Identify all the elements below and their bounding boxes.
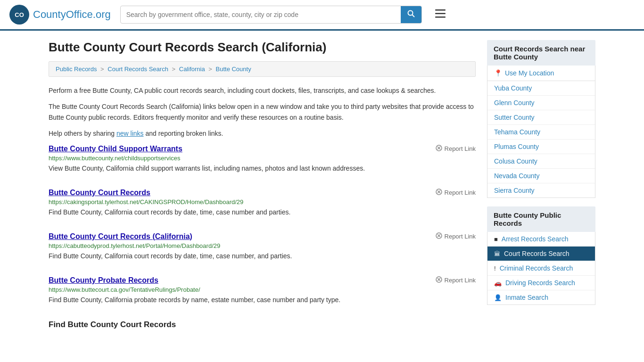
- nearby-county-link-7[interactable]: Sierra County: [487, 183, 595, 197]
- results-list: Butte County Child Support Warrants Repo…: [49, 145, 476, 310]
- report-icon-0: [436, 145, 442, 153]
- record-link-0[interactable]: Arrest Records Search: [502, 235, 569, 243]
- result-item: Butte County Child Support Warrants Repo…: [49, 145, 476, 178]
- new-links-link[interactable]: new links: [116, 130, 144, 137]
- nearby-county-link-4[interactable]: Plumas County: [487, 140, 595, 154]
- nearby-county-link-1[interactable]: Glenn County: [487, 96, 595, 110]
- report-link-0[interactable]: Report Link: [436, 145, 476, 153]
- nearby-county-2: Sutter County: [487, 110, 595, 125]
- public-record-item-2[interactable]: !Criminal Records Search: [487, 261, 595, 276]
- description-2: The Butte County Court Records Search (C…: [49, 101, 476, 123]
- result-title-0[interactable]: Butte County Child Support Warrants: [49, 145, 182, 153]
- nearby-county-5: Colusa County: [487, 154, 595, 169]
- svg-line-3: [412, 15, 414, 17]
- nearby-county-0: Yuba County: [487, 81, 595, 96]
- nearby-county-link-6[interactable]: Nevada County: [487, 169, 595, 183]
- report-icon-3: [436, 276, 442, 284]
- sidebar: Court Records Search near Butte County 📍…: [487, 40, 595, 332]
- nearby-county-link-0[interactable]: Yuba County: [487, 81, 595, 96]
- nearby-county-6: Nevada County: [487, 169, 595, 183]
- description-3: Help others by sharing new links and rep…: [49, 128, 476, 139]
- search-button[interactable]: [401, 6, 421, 23]
- menu-button[interactable]: [431, 7, 449, 23]
- public-records-section: Butte County Public Records ■Arrest Reco…: [487, 206, 595, 305]
- nearby-counties-list: Yuba CountyGlenn CountySutter CountyTeha…: [487, 81, 595, 198]
- use-location-btn[interactable]: 📍 Use My Location: [487, 66, 595, 81]
- record-link-2[interactable]: Criminal Records Search: [500, 264, 573, 272]
- breadcrumb-public-records[interactable]: Public Records: [56, 66, 97, 73]
- nearby-county-1: Glenn County: [487, 96, 595, 110]
- record-icon-4: 👤: [494, 294, 502, 301]
- logo-text: CountyOffice.org: [33, 8, 111, 21]
- public-records-list: ■Arrest Records Search🏛Court Records Sea…: [487, 232, 595, 305]
- record-link-4[interactable]: Inmate Search: [505, 294, 548, 301]
- result-item: Butte County Probate Records Report Link…: [49, 276, 476, 310]
- main-content: Butte County Court Records Search (Calif…: [49, 40, 476, 332]
- report-icon-1: [436, 189, 442, 197]
- nearby-section: Court Records Search near Butte County 📍…: [487, 40, 595, 198]
- report-link-1[interactable]: Report Link: [436, 189, 476, 197]
- nearby-county-link-5[interactable]: Colusa County: [487, 154, 595, 169]
- description-1: Perform a free Butte County, CA public c…: [49, 85, 476, 96]
- result-desc-3: Find Butte County, California probate re…: [49, 295, 476, 305]
- svg-point-2: [408, 11, 413, 16]
- breadcrumb: Public Records > Court Records Search > …: [49, 61, 476, 77]
- nearby-county-7: Sierra County: [487, 183, 595, 197]
- public-record-item-3[interactable]: 🚗Driving Records Search: [487, 276, 595, 290]
- breadcrumb-california[interactable]: California: [179, 66, 205, 73]
- result-title-2[interactable]: Butte County Court Records (California): [49, 232, 192, 241]
- report-icon-2: [436, 232, 442, 240]
- nearby-county-link-3[interactable]: Tehama County: [487, 125, 595, 140]
- page-title: Butte County Court Records Search (Calif…: [49, 40, 476, 55]
- public-records-title: Butte County Public Records: [487, 206, 595, 232]
- search-bar: [120, 6, 422, 24]
- nearby-county-4: Plumas County: [487, 140, 595, 154]
- record-link-3[interactable]: Driving Records Search: [505, 279, 575, 287]
- svg-text:CO: CO: [15, 11, 24, 18]
- record-icon-1: 🏛: [494, 250, 500, 257]
- record-icon-0: ■: [494, 236, 498, 243]
- find-section-heading: Find Butte County Court Records: [49, 320, 476, 329]
- nearby-title: Court Records Search near Butte County: [487, 40, 595, 66]
- main-container: Butte County Court Records Search (Calif…: [39, 31, 605, 342]
- result-item: Butte County Court Records Report Link h…: [49, 189, 476, 222]
- public-record-item-0[interactable]: ■Arrest Records Search: [487, 232, 595, 247]
- nearby-county-3: Tehama County: [487, 125, 595, 140]
- result-title-1[interactable]: Butte County Court Records: [49, 189, 150, 197]
- svg-rect-5: [435, 13, 446, 15]
- public-record-item-1[interactable]: 🏛Court Records Search: [487, 247, 595, 261]
- result-desc-0: View Butte County, California child supp…: [49, 164, 476, 173]
- public-record-item-4[interactable]: 👤Inmate Search: [487, 290, 595, 304]
- nearby-county-link-2[interactable]: Sutter County: [487, 110, 595, 125]
- result-url-3: https://www.buttecourt.ca.gov/TentativeR…: [49, 286, 476, 293]
- result-url-1: https://cakingsportal.tylerhost.net/CAKI…: [49, 198, 476, 206]
- record-icon-2: !: [494, 265, 496, 272]
- logo-link[interactable]: CO CountyOffice.org: [9, 5, 111, 25]
- result-url-2: https://cabutteodyprod.tylerhost.net/Por…: [49, 242, 476, 249]
- svg-rect-4: [435, 9, 446, 11]
- result-url-0: https://www.buttecounty.net/childsupport…: [49, 155, 476, 162]
- breadcrumb-court-records-search[interactable]: Court Records Search: [107, 66, 168, 73]
- record-icon-3: 🚗: [494, 280, 502, 287]
- result-title-3[interactable]: Butte County Probate Records: [49, 276, 158, 285]
- report-link-2[interactable]: Report Link: [436, 232, 476, 240]
- location-icon: 📍: [494, 69, 502, 77]
- breadcrumb-butte-county[interactable]: Butte County: [216, 66, 251, 73]
- logo-icon: CO: [9, 5, 29, 25]
- report-link-3[interactable]: Report Link: [436, 276, 476, 284]
- result-desc-2: Find Butte County, California court reco…: [49, 251, 476, 261]
- search-input[interactable]: [121, 7, 401, 22]
- result-item: Butte County Court Records (California) …: [49, 232, 476, 266]
- result-desc-1: Find Butte County, California court reco…: [49, 207, 476, 217]
- svg-rect-6: [435, 16, 446, 18]
- header: CO CountyOffice.org: [0, 0, 644, 31]
